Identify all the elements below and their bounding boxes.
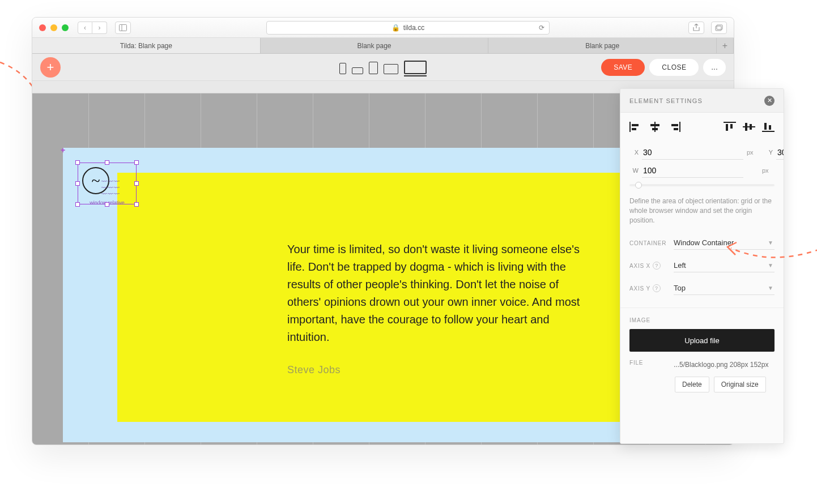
axis-x-row: AXIS X? Left ▼ xyxy=(620,254,784,277)
resize-handle[interactable] xyxy=(75,160,80,165)
browser-tabbar: Tilda: Blank page Blank page Blank page … xyxy=(32,38,734,54)
url-bar[interactable]: 🔒 tilda.cc ⟳ xyxy=(266,21,550,35)
resize-handle[interactable] xyxy=(134,181,139,186)
axis-y-row: AXIS Y? Top ▼ xyxy=(620,277,784,300)
chevron-down-icon: ▼ xyxy=(768,240,773,246)
nav-buttons: ‹ › xyxy=(78,22,107,34)
device-preview-switch xyxy=(339,61,427,74)
file-info-row: FILE ...5/Blacklogo.png 208px 152px xyxy=(620,352,784,374)
new-tab-button[interactable]: + xyxy=(717,38,734,53)
container-label: CONTAINER xyxy=(629,240,668,246)
w-label: W xyxy=(629,167,639,174)
x-label: X xyxy=(629,149,639,156)
minimize-window-icon[interactable] xyxy=(50,24,57,31)
align-center-h-icon[interactable] xyxy=(649,122,661,132)
device-phone-landscape-icon[interactable] xyxy=(352,67,363,74)
panel-close-button[interactable]: ✕ xyxy=(764,96,775,106)
selected-element[interactable]: ~ 〰〰〰〰〰〰〰〰〰 window relative xyxy=(78,163,137,204)
tabs-button[interactable] xyxy=(711,22,727,34)
tab-label: Blank page xyxy=(357,42,391,50)
close-window-icon[interactable] xyxy=(39,24,46,31)
chevron-down-icon: ▼ xyxy=(768,262,773,268)
element-settings-panel: ELEMENT SETTINGS ✕ X px Y px xyxy=(620,88,784,444)
browser-tab[interactable]: Blank page xyxy=(488,38,717,53)
lock-icon: 🔒 xyxy=(392,24,400,32)
window-controls[interactable] xyxy=(39,24,69,31)
resize-handle[interactable] xyxy=(105,202,109,207)
container-select[interactable]: Window Container ▼ xyxy=(674,236,775,250)
alignment-controls xyxy=(620,113,784,139)
browser-tab[interactable]: Tilda: Blank page xyxy=(32,38,261,53)
close-button[interactable]: CLOSE xyxy=(649,59,699,76)
panel-title: ELEMENT SETTINGS xyxy=(629,97,703,104)
device-tablet-landscape-icon[interactable] xyxy=(384,64,398,74)
resize-handle[interactable] xyxy=(134,160,139,165)
image-section-title: IMAGE xyxy=(620,308,784,329)
svg-rect-0 xyxy=(120,24,127,31)
help-icon[interactable]: ? xyxy=(653,262,661,270)
sidebar-toggle-button[interactable] xyxy=(115,22,131,34)
file-label: FILE xyxy=(629,360,668,370)
x-input[interactable] xyxy=(642,146,743,160)
y-label: Y xyxy=(764,149,773,156)
panel-header: ELEMENT SETTINGS ✕ xyxy=(620,89,784,113)
align-left-icon[interactable] xyxy=(629,122,642,132)
orientation-description: Define the area of object orientation: g… xyxy=(620,192,784,232)
tab-label: Tilda: Blank page xyxy=(120,42,172,50)
quote-author[interactable]: Steve Jobs xyxy=(287,364,341,376)
share-button[interactable] xyxy=(688,22,704,34)
width-slider[interactable] xyxy=(629,184,775,186)
unit-label: px xyxy=(762,167,775,174)
resize-handle[interactable] xyxy=(105,160,109,165)
original-size-button[interactable]: Original size xyxy=(714,377,766,392)
browser-tab[interactable]: Blank page xyxy=(261,38,489,53)
maximize-window-icon[interactable] xyxy=(62,24,69,31)
tab-label: Blank page xyxy=(585,42,619,50)
browser-titlebar: ‹ › 🔒 tilda.cc ⟳ xyxy=(32,18,734,38)
resize-handle[interactable] xyxy=(75,202,80,207)
position-controls: X px Y px W px xyxy=(620,139,784,182)
forward-button[interactable]: › xyxy=(92,22,107,34)
share-icon xyxy=(693,24,700,32)
more-button[interactable]: ... xyxy=(703,59,726,76)
align-center-v-icon[interactable] xyxy=(743,122,755,132)
align-top-icon[interactable] xyxy=(724,122,736,132)
origin-crosshair-icon: + xyxy=(61,146,65,155)
resize-handle[interactable] xyxy=(75,181,80,186)
resize-handle[interactable] xyxy=(134,202,139,207)
device-tablet-portrait-icon[interactable] xyxy=(369,62,378,74)
device-phone-portrait-icon[interactable] xyxy=(339,63,346,74)
back-button[interactable]: ‹ xyxy=(78,22,92,34)
axis-y-label: AXIS Y? xyxy=(629,284,668,292)
delete-file-button[interactable]: Delete xyxy=(675,377,709,392)
tabs-icon xyxy=(715,24,723,31)
container-row: CONTAINER Window Container ▼ xyxy=(620,232,784,254)
save-button[interactable]: SAVE xyxy=(601,59,645,76)
w-input[interactable] xyxy=(642,164,743,178)
app-toolbar: + SAVE CLOSE ... xyxy=(32,54,734,81)
y-input[interactable] xyxy=(776,146,784,160)
unit-label: px xyxy=(747,149,759,156)
help-icon[interactable]: ? xyxy=(653,284,661,292)
axis-x-label: AXIS X? xyxy=(629,262,668,270)
chevron-down-icon: ▼ xyxy=(768,285,773,291)
align-bottom-icon[interactable] xyxy=(762,122,775,132)
logo-wave-decor: 〰〰〰〰〰〰〰〰〰 xyxy=(101,178,120,197)
quote-text[interactable]: Your time is limited, so don't waste it … xyxy=(287,241,582,346)
add-block-button[interactable]: + xyxy=(40,57,61,78)
reload-icon[interactable]: ⟳ xyxy=(539,24,544,32)
axis-y-select[interactable]: Top ▼ xyxy=(674,281,775,295)
url-text: tilda.cc xyxy=(403,24,424,32)
axis-x-select[interactable]: Left ▼ xyxy=(674,259,775,272)
sidebar-icon xyxy=(119,24,127,31)
upload-file-button[interactable]: Upload file xyxy=(629,329,775,352)
align-right-icon[interactable] xyxy=(668,122,680,132)
device-desktop-icon[interactable] xyxy=(404,61,427,74)
file-value: ...5/Blacklogo.png 208px 152px xyxy=(674,360,768,370)
slider-knob[interactable] xyxy=(635,182,642,189)
